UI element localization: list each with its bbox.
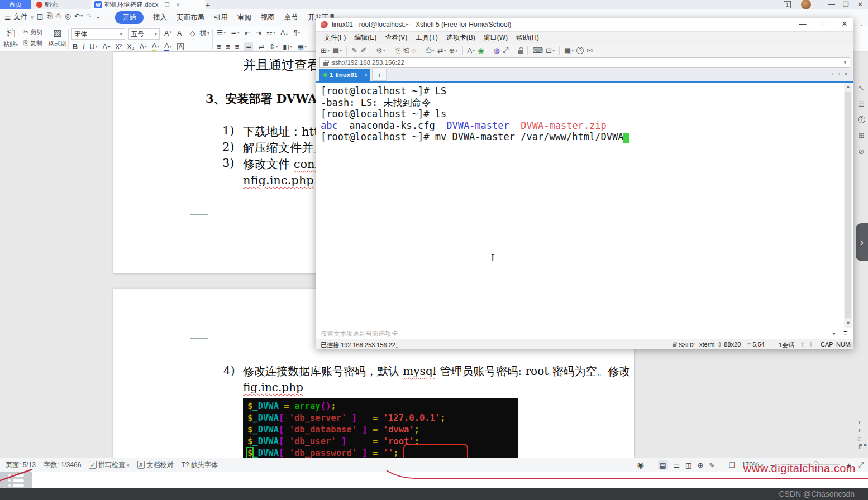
menu-item-6[interactable]: 帮助(H): [516, 33, 539, 42]
lock-screen-icon[interactable]: [518, 47, 523, 54]
ribbon-tab-3[interactable]: 引用: [214, 13, 228, 22]
find-icon[interactable]: ◌: [412, 46, 417, 55]
tab-document[interactable]: W 靶机环境搭建.docx ❐ ✕: [91, 0, 206, 9]
read-view-icon[interactable]: ◫: [685, 460, 692, 470]
tab-scroll-right-icon[interactable]: ›: [838, 71, 840, 77]
bold-icon[interactable]: B: [73, 43, 78, 51]
chevron-down-icon[interactable]: ▾: [843, 60, 846, 65]
new-session-icon[interactable]: ⊞▾: [321, 46, 330, 55]
xshell-minimize-button[interactable]: —: [795, 20, 810, 30]
transfer-icon[interactable]: ⇄▾: [437, 46, 446, 55]
align-center-icon[interactable]: ≡: [226, 43, 230, 51]
scroll-down-icon[interactable]: ▾: [858, 420, 861, 425]
shrink-font-icon[interactable]: A⁻: [177, 29, 185, 37]
page-view-icon[interactable]: ▤: [658, 460, 668, 470]
menu-item-4[interactable]: 选项卡(B): [446, 33, 475, 42]
scroll-up-icon[interactable]: ▲: [844, 84, 852, 89]
export-icon[interactable]: ⎘: [47, 12, 53, 20]
xshell-close-button[interactable]: ✕: [837, 20, 852, 30]
panel-expander-button[interactable]: ›: [856, 223, 868, 261]
strikethrough-icon[interactable]: A▾: [103, 43, 110, 51]
more-options-icon[interactable]: ●●●: [859, 441, 868, 449]
open-session-icon[interactable]: ▤▾: [332, 46, 342, 55]
scroll-down-icon[interactable]: ▼: [844, 320, 852, 326]
new-tab-button[interactable]: +: [206, 0, 210, 9]
new-terminal-icon[interactable]: ⊡▾: [546, 46, 555, 55]
web-view-icon[interactable]: ⊕: [698, 460, 703, 470]
superscript-icon[interactable]: X²: [115, 43, 122, 51]
scrollbar-thumb[interactable]: [845, 92, 851, 318]
energy-icon[interactable]: ⊘: [859, 147, 865, 156]
compose-icon[interactable]: ◉: [478, 46, 484, 55]
disconnect-icon[interactable]: ✐: [360, 46, 366, 55]
proofread-button[interactable]: ✗ 文档校对: [137, 460, 174, 470]
line-spacing-icon[interactable]: ⇕▾: [269, 42, 278, 51]
ribbon-tab-2[interactable]: 页面布局: [177, 13, 204, 22]
file-menu[interactable]: ☰ 文件 ∨: [4, 12, 34, 22]
word-count[interactable]: 字数: 1/3466: [44, 460, 81, 470]
tab-home[interactable]: 首页: [0, 0, 31, 9]
copy-button[interactable]: ⎘ 复制: [23, 39, 42, 47]
font-color-icon[interactable]: A▾: [164, 42, 171, 51]
italic-icon[interactable]: I: [83, 43, 84, 51]
xshell-maximize-button[interactable]: □: [817, 20, 831, 30]
redo-icon[interactable]: ↷: [86, 12, 92, 20]
ribbon-tab-4[interactable]: 审阅: [237, 13, 251, 22]
close-doc-icon[interactable]: ✕: [175, 2, 180, 8]
fullscreen-icon[interactable]: ⤢: [503, 46, 508, 55]
avatar[interactable]: [801, 0, 811, 9]
terminal-scrollbar[interactable]: ▲ ▼: [844, 83, 852, 328]
wps-close-button[interactable]: ✕: [857, 1, 863, 8]
outdent-icon[interactable]: ⇤: [245, 28, 250, 37]
cut-button[interactable]: ✂ 剪切: [23, 28, 42, 36]
ribbon-tab-5[interactable]: 视图: [261, 13, 275, 22]
justify-icon[interactable]: ≣: [244, 42, 253, 51]
indent-icon[interactable]: ⇥: [255, 28, 261, 37]
resize-grip[interactable]: ◢: [847, 341, 851, 348]
font-size-select[interactable]: 五号▾: [128, 28, 160, 40]
address-field[interactable]: ssh://192.168.253.156:22 ▾: [319, 57, 850, 68]
compose-bar[interactable]: 仅将文本发送到当前选项卡 ▾ ≡: [316, 328, 853, 339]
help-icon[interactable]: ?: [858, 116, 865, 123]
format-painter-button[interactable]: 格式刷: [48, 40, 66, 48]
menu-item-1[interactable]: 编辑(E): [354, 33, 376, 42]
xshell-window[interactable]: linux01 - root@localhost:~ - Xshell 5 (F…: [316, 18, 853, 349]
clear-format-icon[interactable]: ◇: [190, 29, 195, 37]
outline-view-icon[interactable]: ☰: [674, 460, 680, 470]
fullscreen-icon[interactable]: ⤢: [858, 461, 864, 469]
xshell-title-bar[interactable]: linux01 - root@localhost:~ - Xshell 5 (F…: [316, 18, 853, 31]
sort-icon[interactable]: A↓: [280, 29, 289, 37]
pinyin-icon[interactable]: 拼▾: [200, 28, 210, 38]
wps-restore-button[interactable]: ❐: [843, 1, 849, 8]
ribbon-tab-0[interactable]: 开始: [115, 11, 144, 24]
terminal-screen[interactable]: [root@localhost ~]# LS-bash: LS: 未找到命令[r…: [316, 83, 853, 328]
virtual-keyboard-icon[interactable]: ⌨: [532, 46, 543, 55]
new-session-tab-button[interactable]: +: [372, 69, 387, 81]
select-tool-icon[interactable]: ↖: [859, 84, 865, 92]
more-commands-icon[interactable]: ⌄: [96, 12, 101, 20]
open-url-icon[interactable]: ⊕▾: [449, 46, 458, 55]
undo-icon[interactable]: ↶▾: [74, 12, 83, 20]
edit-mode-icon[interactable]: ✎: [709, 460, 714, 470]
paste-button[interactable]: ⎗ 粘贴▾: [3, 27, 18, 49]
save-icon[interactable]: ◫: [37, 12, 44, 20]
chevron-down-icon[interactable]: ▾: [833, 331, 836, 336]
ribbon-tab-6[interactable]: 章节: [284, 13, 298, 22]
feedback-icon[interactable]: ✉: [586, 46, 593, 55]
missing-font-button[interactable]: T? 缺失字体: [181, 460, 217, 470]
fit-page-icon[interactable]: ❐: [729, 461, 735, 469]
reconnect-icon[interactable]: ✎: [351, 46, 357, 55]
subscript-icon[interactable]: X₂: [127, 43, 134, 51]
borders-icon[interactable]: ▦▾: [297, 42, 307, 51]
font-icon[interactable]: A▾: [468, 46, 475, 55]
session-properties-icon[interactable]: ⚙▾: [376, 46, 385, 55]
popout-icon[interactable]: ❐: [165, 2, 170, 8]
widget-icon[interactable]: ⊞: [859, 131, 865, 140]
print-icon[interactable]: ⎙: [56, 12, 61, 20]
shading-icon[interactable]: ◧▾: [283, 42, 292, 51]
ribbon-tab-1[interactable]: 插入: [153, 13, 167, 22]
help-icon[interactable]: ?: [576, 47, 584, 54]
eye-protect-icon[interactable]: ◉: [637, 460, 644, 469]
char-border-icon[interactable]: A: [177, 43, 184, 50]
close-tab-icon[interactable]: ×: [364, 72, 368, 78]
